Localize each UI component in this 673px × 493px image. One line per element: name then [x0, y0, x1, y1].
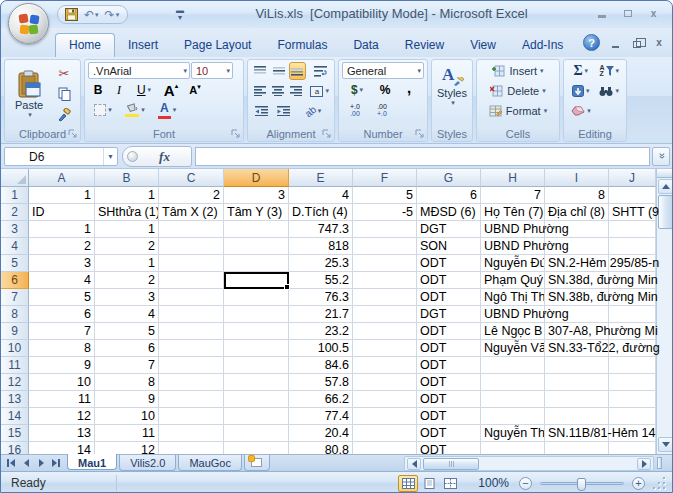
- cell-A4[interactable]: 2: [29, 238, 95, 255]
- workbook-close-button[interactable]: x: [652, 37, 666, 48]
- cell-F5[interactable]: [353, 255, 417, 272]
- cell-I14[interactable]: [545, 408, 609, 425]
- cell-B15[interactable]: 11: [95, 425, 159, 442]
- cell-B8[interactable]: 4: [95, 306, 159, 323]
- row-header-15[interactable]: 15: [1, 425, 29, 442]
- cell-D2[interactable]: Tâm Y (3): [224, 204, 289, 221]
- cell-F9[interactable]: [353, 323, 417, 340]
- cell-B3[interactable]: 1: [95, 221, 159, 238]
- align-right-button[interactable]: [287, 82, 304, 100]
- row-header-3[interactable]: 3: [1, 221, 29, 238]
- autosum-button[interactable]: Σ▾: [567, 62, 595, 80]
- zoom-slider[interactable]: [540, 482, 624, 485]
- cell-E13[interactable]: 66.2: [289, 391, 353, 408]
- grow-font-button[interactable]: A▴: [159, 81, 183, 99]
- merge-center-button[interactable]: a ▾: [308, 82, 331, 100]
- cell-C6[interactable]: [159, 272, 224, 289]
- decrease-decimal-button[interactable]: .00 +.0: [369, 101, 395, 119]
- cell-A7[interactable]: 5: [29, 289, 95, 306]
- font-color-button[interactable]: A ▾: [152, 101, 182, 119]
- cell-B1[interactable]: 1: [95, 187, 159, 204]
- cell-I12[interactable]: [545, 374, 609, 391]
- cell-C13[interactable]: [159, 391, 224, 408]
- cell-H5[interactable]: Nguyễn Đứ: [481, 255, 545, 272]
- cell-I6[interactable]: SN.38d, đường Min: [545, 272, 609, 289]
- cell-G3[interactable]: DGT: [417, 221, 481, 238]
- cell-F11[interactable]: [353, 357, 417, 374]
- shrink-font-button[interactable]: A▾: [184, 81, 206, 99]
- tab-add-ins[interactable]: Add-Ins: [509, 34, 576, 57]
- cell-D1[interactable]: 3: [224, 187, 289, 204]
- select-all-button[interactable]: [1, 169, 29, 187]
- cell-A16[interactable]: 14: [29, 442, 95, 454]
- redo-button[interactable]: ↷▾: [103, 7, 122, 23]
- horizontal-scrollbar[interactable]: [404, 456, 654, 471]
- name-box-dropdown-arrow[interactable]: ▼: [103, 148, 117, 165]
- col-header-J[interactable]: J: [609, 169, 656, 187]
- cell-H16[interactable]: [481, 442, 545, 454]
- cell-B4[interactable]: 2: [95, 238, 159, 255]
- merge-center-dropdown-arrow[interactable]: ▾: [325, 87, 329, 95]
- font-size-dropdown-arrow[interactable]: ▾: [226, 67, 230, 75]
- row-header-2[interactable]: 2: [1, 204, 29, 221]
- cell-A2[interactable]: ID: [29, 204, 95, 221]
- cell-B6[interactable]: 2: [95, 272, 159, 289]
- row-header-8[interactable]: 8: [1, 306, 29, 323]
- cell-A3[interactable]: 1: [29, 221, 95, 238]
- cell-E12[interactable]: 57.8: [289, 374, 353, 391]
- cell-I2[interactable]: Địa chỉ (8): [545, 204, 609, 221]
- row-header-10[interactable]: 10: [1, 340, 29, 357]
- resize-grip[interactable]: [653, 477, 666, 490]
- find-dropdown-arrow[interactable]: ▾: [615, 87, 619, 95]
- font-size-combo[interactable]: 10 ▾: [191, 62, 233, 79]
- cell-H4[interactable]: UBND Phường: [481, 238, 545, 255]
- cell-I15[interactable]: SN.11B/81-Hẻm 14: [545, 425, 609, 442]
- cell-F4[interactable]: [353, 238, 417, 255]
- col-header-H[interactable]: H: [481, 169, 545, 187]
- cell-I11[interactable]: [545, 357, 609, 374]
- tab-review[interactable]: Review: [392, 34, 457, 57]
- cell-B10[interactable]: 6: [95, 340, 159, 357]
- cell-J1[interactable]: [609, 187, 656, 204]
- page-break-view-button[interactable]: [440, 475, 460, 492]
- cell-A1[interactable]: 1: [29, 187, 95, 204]
- cell-A13[interactable]: 11: [29, 391, 95, 408]
- close-button[interactable]: x: [643, 6, 664, 21]
- number-format-combo[interactable]: General ▾: [342, 62, 424, 79]
- cell-D7[interactable]: [224, 289, 289, 306]
- page-layout-view-button[interactable]: [419, 475, 439, 492]
- cell-D5[interactable]: [224, 255, 289, 272]
- cell-E5[interactable]: 25.3: [289, 255, 353, 272]
- font-name-combo[interactable]: .VnArial ▾: [88, 62, 190, 79]
- cell-F3[interactable]: [353, 221, 417, 238]
- cell-D3[interactable]: [224, 221, 289, 238]
- cell-I13[interactable]: [545, 391, 609, 408]
- delete-dropdown-arrow[interactable]: ▾: [542, 87, 546, 95]
- cell-E8[interactable]: 21.7: [289, 306, 353, 323]
- cell-J12[interactable]: [609, 374, 656, 391]
- clear-dropdown-arrow[interactable]: ▾: [587, 107, 591, 115]
- cell-I16[interactable]: [545, 442, 609, 454]
- format-cells-button[interactable]: Format ▾: [480, 102, 556, 120]
- cell-J16[interactable]: [609, 442, 656, 454]
- fill-button[interactable]: ▾: [567, 82, 595, 100]
- cell-G14[interactable]: ODT: [417, 408, 481, 425]
- row-header-12[interactable]: 12: [1, 374, 29, 391]
- tab-split-handle[interactable]: [657, 457, 662, 469]
- undo-button[interactable]: ↶▾: [82, 7, 101, 23]
- format-painter-button[interactable]: [53, 106, 75, 124]
- undo-dropdown-arrow[interactable]: ▾: [95, 11, 99, 19]
- cell-A15[interactable]: 13: [29, 425, 95, 442]
- first-sheet-button[interactable]: [4, 456, 18, 470]
- cell-F14[interactable]: [353, 408, 417, 425]
- zoom-in-button[interactable]: +: [632, 477, 645, 490]
- bold-button[interactable]: B: [88, 81, 108, 99]
- fill-color-dropdown-arrow[interactable]: ▾: [141, 106, 145, 114]
- cell-B5[interactable]: 1: [95, 255, 159, 272]
- vertical-scroll-thumb[interactable]: [658, 195, 673, 229]
- cell-F13[interactable]: [353, 391, 417, 408]
- cell-H8[interactable]: UBND Phường: [481, 306, 545, 323]
- zoom-slider-thumb[interactable]: [577, 478, 586, 491]
- last-sheet-button[interactable]: [49, 456, 63, 470]
- wrap-text-button[interactable]: [310, 62, 331, 80]
